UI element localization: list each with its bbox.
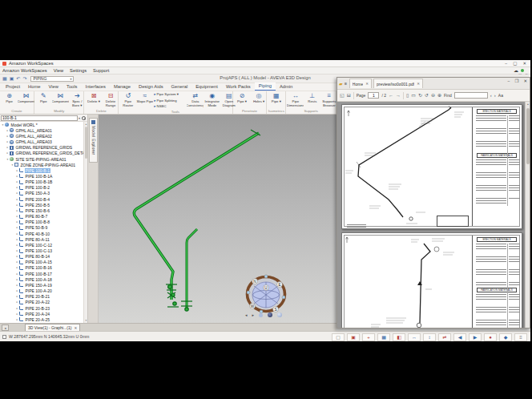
pdf-content[interactable]: ERECTION MATERIALS FABRICATION MATERIALS xyxy=(337,102,530,328)
pdf-tab-home[interactable]: Home ✕ xyxy=(349,79,372,88)
nav-globe-dark-icon[interactable] xyxy=(268,312,272,317)
tree-item[interactable]: ▸ PIPE 100-B-16 xyxy=(0,265,83,271)
iso-view-icon[interactable]: ◆ xyxy=(499,333,512,341)
single-page-icon[interactable]: ▯ xyxy=(406,93,409,98)
tree-item[interactable]: ▾ SITE SITE-PIPING-AREA01 xyxy=(0,156,83,162)
find-prev-icon[interactable]: ‹ xyxy=(490,93,492,98)
ribbon-tab[interactable]: General xyxy=(167,83,192,91)
model-ref-icon[interactable]: ▣ xyxy=(347,333,360,341)
measure-icon[interactable]: ↔ xyxy=(408,333,421,341)
scroll-thumb[interactable] xyxy=(85,127,88,159)
navigation-compass[interactable]: N E W S U xyxy=(244,273,288,315)
elevation-icon[interactable]: ↕ xyxy=(423,333,436,341)
menu-item[interactable]: Settings xyxy=(70,68,87,73)
rotate-icon[interactable]: ↻ xyxy=(418,93,422,98)
ribbon-tab[interactable]: Equipment xyxy=(191,83,222,91)
close-icon[interactable]: ✕ xyxy=(522,62,526,66)
snap-icon[interactable]: + xyxy=(362,333,375,341)
undo-icon[interactable]: ↶ xyxy=(16,76,20,81)
tree-item[interactable]: ▸ PIPE 40-B-10 xyxy=(0,231,83,236)
tree-item[interactable]: ▸ PIPE 150-A-3 xyxy=(0,191,83,196)
chevron-down-icon[interactable]: ▾ xyxy=(79,116,80,120)
nav-right-icon[interactable]: ▸ xyxy=(252,313,255,317)
ribbon-button[interactable]: ↺Pipe Router xyxy=(119,92,136,110)
ribbon-tab[interactable]: Work Packs xyxy=(222,83,255,91)
tree-item[interactable]: ▸ PIPE 100-A-20 xyxy=(0,288,83,294)
redo-icon[interactable]: ↷ xyxy=(22,76,26,81)
close-icon[interactable]: ✕ xyxy=(365,82,369,86)
tree-item[interactable]: ▸ PIPE 20-A-25 xyxy=(0,316,83,322)
tree-item[interactable]: ▸ PIPE 80-B-14 xyxy=(0,254,83,260)
tree-item[interactable]: ▸ PIPE 100-B-1A xyxy=(0,173,83,179)
tree-item[interactable]: ▸ PIPE 200-B-4 xyxy=(0,196,83,202)
fit-width-icon[interactable]: ▭ xyxy=(411,93,416,98)
tree-item[interactable]: ▸ GPHL ALL_AREA02 xyxy=(0,133,83,139)
menu-item[interactable]: View xyxy=(54,68,63,73)
ribbon-tab[interactable]: Design Aids xyxy=(135,83,167,91)
print-icon[interactable]: ⊟ xyxy=(347,93,351,98)
tree-item[interactable]: ▸ PIPE 150-A-19 xyxy=(0,282,83,288)
tree-item[interactable]: ▸ PIPE 100-B-1 xyxy=(0,167,83,173)
tree-item[interactable]: ▸ PIPE 80-B-7 xyxy=(0,214,83,220)
nav-globe-light-icon[interactable] xyxy=(277,312,282,317)
ribbon-button[interactable]: ◉Integrator Mode xyxy=(204,92,220,110)
tree-item[interactable]: ▾ Model WORL * xyxy=(0,122,83,127)
ribbon-button[interactable]: ⊠Delete ▾ xyxy=(85,92,102,109)
tree-item[interactable]: ▸ PIPE 150-B-6 xyxy=(0,208,83,213)
ribbon-tab[interactable]: Admin xyxy=(276,83,296,91)
ribbon-tab[interactable]: Manage xyxy=(110,83,135,91)
restore-icon[interactable]: ❐ xyxy=(514,79,518,84)
ribbon-button[interactable]: ⋈Component xyxy=(18,92,34,109)
next-page-icon[interactable]: → xyxy=(396,93,401,98)
find-next-icon[interactable]: › xyxy=(494,93,496,98)
tree-item[interactable]: ▸ PIPE 100-B-2 xyxy=(0,185,83,191)
ribbon-button[interactable]: ⊟Delete Range xyxy=(102,92,119,109)
tree-item[interactable]: ▸ GPHL ALL_AREA03 xyxy=(0,139,83,144)
find-input[interactable] xyxy=(454,92,488,99)
ribbon-button[interactable]: ▸NSBC xyxy=(153,104,187,110)
tree-item[interactable]: ▸ PIPE 100-C-13 xyxy=(0,248,83,253)
tree-item[interactable]: ▸ PIPE 250-B-5 xyxy=(0,202,83,208)
tree-item[interactable]: ▸ PIPE 100-A-15 xyxy=(0,260,83,265)
view-tab[interactable]: 3D View(1) - Graphi...(1) ✕ xyxy=(25,324,80,331)
tree-item[interactable]: ▾ ZONE ZONE-PIPING-AREA01 xyxy=(0,162,83,167)
ribbon-button[interactable]: ✎Pipe xyxy=(35,92,52,109)
command-combo[interactable]: PIPING ▾ xyxy=(30,76,74,82)
ribbon-tab[interactable]: Tools xyxy=(62,83,82,91)
ribbon-button[interactable]: ◎Holes ▾ xyxy=(251,92,268,109)
scroll-thumb[interactable] xyxy=(526,108,530,164)
tree-item[interactable]: ▸ PIPE 100-B-8 xyxy=(0,220,83,225)
tree-item[interactable]: ▸ PIPE 100-C-12 xyxy=(0,242,83,248)
ribbon-button[interactable]: ⊕Pipe xyxy=(1,92,18,109)
tab-scroll-left-icon[interactable]: ◂ xyxy=(2,324,9,331)
tree-item[interactable]: ▸ PIPE 50-B-9 xyxy=(0,225,83,231)
ribbon-tab[interactable]: View xyxy=(45,83,62,91)
prev-view-icon[interactable]: ◀ xyxy=(453,333,466,341)
close-icon[interactable]: ✕ xyxy=(417,82,420,86)
match-case-button[interactable]: Aa xyxy=(498,93,503,98)
zoom-in-icon[interactable]: ⊕ xyxy=(437,93,441,98)
ribbon-tab[interactable]: Project xyxy=(2,83,24,91)
tree-item[interactable]: ▸ PIPE 20-A-22 xyxy=(0,300,83,305)
position-lock-icon[interactable] xyxy=(2,335,6,339)
ribbon-tab[interactable]: Piping xyxy=(255,83,276,91)
ribbon-button[interactable]: ⇄Data Consistency xyxy=(187,92,204,110)
nav-dot-icon[interactable] xyxy=(259,313,263,317)
search-icon[interactable] xyxy=(82,116,86,120)
menu-item[interactable]: Support xyxy=(93,68,109,73)
ribbon-tab[interactable]: Home xyxy=(24,83,44,91)
zoom-out-icon[interactable]: ⊖ xyxy=(431,93,435,98)
tree-item[interactable]: ▸ GPHL ALL_AREA01 xyxy=(0,127,83,133)
ribbon-tab[interactable]: Interfaces xyxy=(82,83,110,91)
tree-item[interactable]: ▸ PIPE 100-B-17 xyxy=(0,271,83,276)
ribbon-button[interactable]: ⊘Pipe ▾ xyxy=(234,92,251,109)
swap-view-icon[interactable]: ⇄ xyxy=(438,333,451,341)
minimize-icon[interactable]: − xyxy=(505,62,507,66)
ribbon-button[interactable]: ⋈Component xyxy=(52,92,69,109)
ribbon-button[interactable]: ≈Slope Pipe xyxy=(136,92,153,110)
tree-item[interactable]: ▸ GRIDWL REFERENCE_GRIDS_DETAIL xyxy=(0,151,83,156)
close-icon[interactable]: ✕ xyxy=(523,79,527,84)
tab-model-explorer[interactable]: Model Explorer xyxy=(89,118,98,163)
tree-item[interactable]: ▸ PIPE 20-A-24 xyxy=(0,311,83,316)
page-number-input[interactable] xyxy=(368,92,379,99)
